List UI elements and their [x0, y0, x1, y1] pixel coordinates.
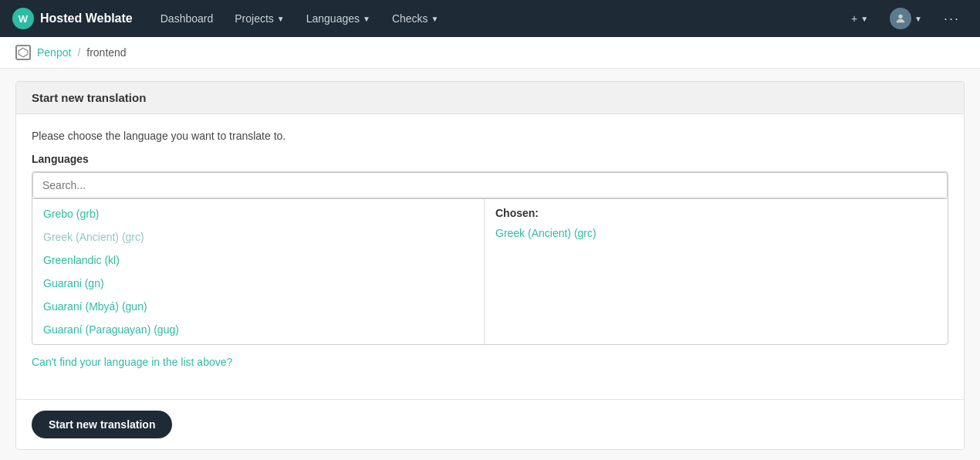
project-icon	[15, 45, 31, 60]
start-translation-button[interactable]: Start new translation	[32, 411, 172, 438]
more-options-button[interactable]: ···	[936, 6, 968, 32]
main-card: Start new translation Please choose the …	[15, 81, 965, 450]
navbar-brand[interactable]: W Hosted Weblate	[12, 8, 133, 29]
chosen-column: Chosen: Greek (Ancient) (grc)	[485, 199, 948, 344]
chosen-item[interactable]: Greek (Ancient) (grc)	[495, 225, 937, 241]
breadcrumb-current: frontend	[86, 46, 126, 59]
card-body: Please choose the language you want to t…	[16, 114, 964, 399]
nav-dashboard[interactable]: Dashboard	[151, 8, 223, 29]
breadcrumb-project-link[interactable]: Penpot	[37, 46, 71, 59]
submit-section: Start new translation	[16, 399, 964, 449]
navbar: W Hosted Weblate Dashboard Projects ▼ La…	[0, 0, 980, 37]
list-item[interactable]: Grebo (grb)	[32, 202, 484, 225]
language-list-container: Grebo (grb) Greek (Ancient) (grc) Greenl…	[32, 198, 948, 345]
list-item[interactable]: Guaraní (Mbyá) (gun)	[32, 295, 484, 318]
checks-chevron-icon: ▼	[431, 15, 439, 23]
add-button[interactable]: + ▼	[843, 8, 876, 29]
svg-point-0	[898, 15, 902, 19]
search-wrapper	[32, 171, 948, 198]
card-header: Start new translation	[16, 82, 964, 114]
language-select-area: Grebo (grb) Greek (Ancient) (grc) Greenl…	[32, 171, 948, 345]
search-input[interactable]	[32, 172, 948, 198]
breadcrumb-separator: /	[77, 46, 80, 59]
avatar	[890, 8, 911, 29]
nav-projects[interactable]: Projects ▼	[225, 8, 293, 29]
description-text: Please choose the language you want to t…	[32, 130, 948, 142]
cant-find-link[interactable]: Can't find your language in the list abo…	[32, 356, 232, 368]
list-item[interactable]: Guarani (gn)	[32, 272, 484, 295]
languages-chevron-icon: ▼	[363, 15, 370, 23]
list-item[interactable]: Greek (Ancient) (grc)	[32, 225, 484, 249]
list-item[interactable]: Gujarati (gu)	[32, 341, 484, 344]
nav-languages[interactable]: Languages ▼	[297, 8, 380, 29]
user-menu-button[interactable]: ▼	[882, 3, 930, 34]
chosen-header: Chosen:	[495, 207, 937, 219]
projects-chevron-icon: ▼	[277, 15, 285, 23]
navbar-nav: Dashboard Projects ▼ Languages ▼ Checks …	[151, 8, 837, 29]
language-list[interactable]: Grebo (grb) Greek (Ancient) (grc) Greenl…	[32, 199, 485, 344]
breadcrumb: Penpot / frontend	[0, 37, 980, 69]
navbar-right: + ▼ ▼ ···	[843, 3, 968, 34]
add-chevron-icon: ▼	[860, 15, 868, 23]
list-item[interactable]: Greenlandic (kl)	[32, 249, 484, 272]
weblate-logo-icon: W	[12, 8, 34, 29]
user-chevron-icon: ▼	[914, 15, 922, 23]
svg-marker-1	[19, 48, 28, 57]
languages-label: Languages	[32, 153, 948, 165]
nav-checks[interactable]: Checks ▼	[383, 8, 448, 29]
list-item[interactable]: Guaraní (Paraguayan) (gug)	[32, 318, 484, 341]
page-content: Start new translation Please choose the …	[0, 69, 980, 460]
